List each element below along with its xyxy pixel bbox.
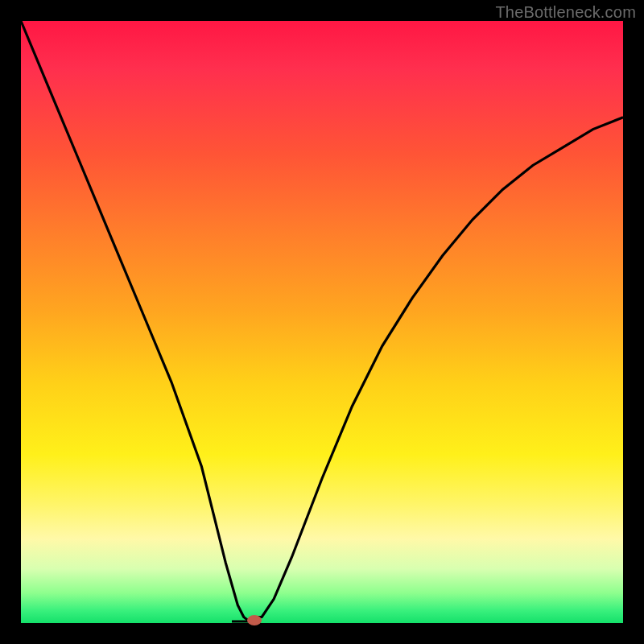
chart-frame: TheBottleneck.com [0, 0, 644, 644]
watermark-text: TheBottleneck.com [495, 3, 636, 22]
curve-path [21, 21, 623, 620]
plot-area [21, 21, 623, 623]
optimal-marker [247, 615, 262, 625]
bottleneck-curve [21, 21, 623, 623]
